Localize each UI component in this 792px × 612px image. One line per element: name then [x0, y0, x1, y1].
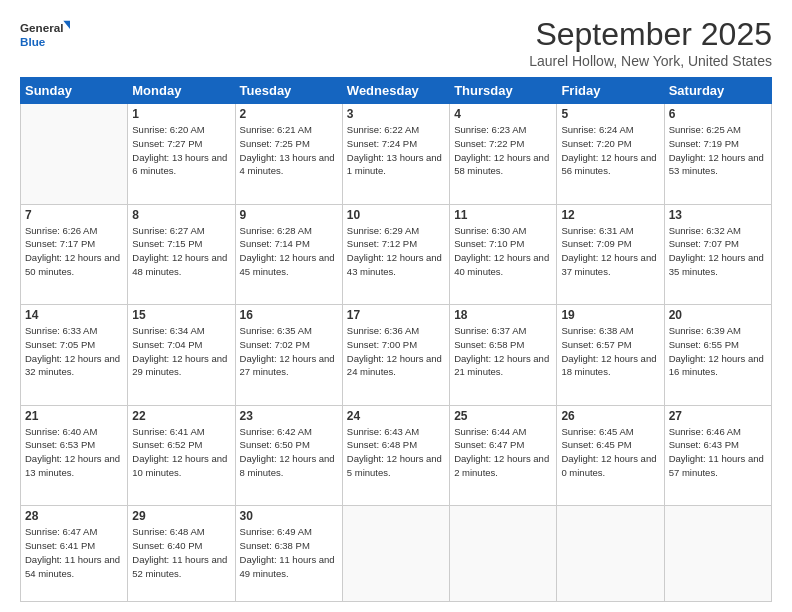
calendar-cell: 20Sunrise: 6:39 AM Sunset: 6:55 PM Dayli…	[664, 305, 771, 406]
day-number: 16	[240, 308, 338, 322]
day-detail: Sunrise: 6:45 AM Sunset: 6:45 PM Dayligh…	[561, 425, 659, 480]
day-detail: Sunrise: 6:47 AM Sunset: 6:41 PM Dayligh…	[25, 525, 123, 580]
calendar-cell: 14Sunrise: 6:33 AM Sunset: 7:05 PM Dayli…	[21, 305, 128, 406]
day-detail: Sunrise: 6:44 AM Sunset: 6:47 PM Dayligh…	[454, 425, 552, 480]
day-number: 17	[347, 308, 445, 322]
calendar-cell: 6Sunrise: 6:25 AM Sunset: 7:19 PM Daylig…	[664, 104, 771, 205]
day-number: 25	[454, 409, 552, 423]
calendar-body: 1Sunrise: 6:20 AM Sunset: 7:27 PM Daylig…	[21, 104, 772, 602]
calendar-cell: 18Sunrise: 6:37 AM Sunset: 6:58 PM Dayli…	[450, 305, 557, 406]
day-header-friday: Friday	[557, 78, 664, 104]
calendar-cell	[21, 104, 128, 205]
calendar-cell: 19Sunrise: 6:38 AM Sunset: 6:57 PM Dayli…	[557, 305, 664, 406]
calendar-cell: 21Sunrise: 6:40 AM Sunset: 6:53 PM Dayli…	[21, 405, 128, 506]
day-header-sunday: Sunday	[21, 78, 128, 104]
calendar-cell: 9Sunrise: 6:28 AM Sunset: 7:14 PM Daylig…	[235, 204, 342, 305]
svg-text:General: General	[20, 21, 63, 34]
day-number: 19	[561, 308, 659, 322]
header: General Blue September 2025 Laurel Hollo…	[20, 16, 772, 69]
day-detail: Sunrise: 6:28 AM Sunset: 7:14 PM Dayligh…	[240, 224, 338, 279]
week-row-0: 1Sunrise: 6:20 AM Sunset: 7:27 PM Daylig…	[21, 104, 772, 205]
calendar: SundayMondayTuesdayWednesdayThursdayFrid…	[20, 77, 772, 602]
day-header-monday: Monday	[128, 78, 235, 104]
calendar-cell	[342, 506, 449, 602]
calendar-cell	[557, 506, 664, 602]
day-detail: Sunrise: 6:35 AM Sunset: 7:02 PM Dayligh…	[240, 324, 338, 379]
calendar-cell	[450, 506, 557, 602]
day-number: 21	[25, 409, 123, 423]
day-detail: Sunrise: 6:48 AM Sunset: 6:40 PM Dayligh…	[132, 525, 230, 580]
day-number: 1	[132, 107, 230, 121]
day-detail: Sunrise: 6:41 AM Sunset: 6:52 PM Dayligh…	[132, 425, 230, 480]
calendar-cell: 16Sunrise: 6:35 AM Sunset: 7:02 PM Dayli…	[235, 305, 342, 406]
calendar-cell: 28Sunrise: 6:47 AM Sunset: 6:41 PM Dayli…	[21, 506, 128, 602]
week-row-1: 7Sunrise: 6:26 AM Sunset: 7:17 PM Daylig…	[21, 204, 772, 305]
day-header-thursday: Thursday	[450, 78, 557, 104]
week-row-4: 28Sunrise: 6:47 AM Sunset: 6:41 PM Dayli…	[21, 506, 772, 602]
calendar-cell: 7Sunrise: 6:26 AM Sunset: 7:17 PM Daylig…	[21, 204, 128, 305]
day-detail: Sunrise: 6:32 AM Sunset: 7:07 PM Dayligh…	[669, 224, 767, 279]
day-number: 28	[25, 509, 123, 523]
week-row-2: 14Sunrise: 6:33 AM Sunset: 7:05 PM Dayli…	[21, 305, 772, 406]
day-detail: Sunrise: 6:29 AM Sunset: 7:12 PM Dayligh…	[347, 224, 445, 279]
calendar-cell: 17Sunrise: 6:36 AM Sunset: 7:00 PM Dayli…	[342, 305, 449, 406]
day-number: 18	[454, 308, 552, 322]
calendar-cell: 8Sunrise: 6:27 AM Sunset: 7:15 PM Daylig…	[128, 204, 235, 305]
day-detail: Sunrise: 6:49 AM Sunset: 6:38 PM Dayligh…	[240, 525, 338, 580]
day-detail: Sunrise: 6:42 AM Sunset: 6:50 PM Dayligh…	[240, 425, 338, 480]
calendar-cell: 25Sunrise: 6:44 AM Sunset: 6:47 PM Dayli…	[450, 405, 557, 506]
day-detail: Sunrise: 6:22 AM Sunset: 7:24 PM Dayligh…	[347, 123, 445, 178]
day-detail: Sunrise: 6:37 AM Sunset: 6:58 PM Dayligh…	[454, 324, 552, 379]
week-row-3: 21Sunrise: 6:40 AM Sunset: 6:53 PM Dayli…	[21, 405, 772, 506]
calendar-cell: 4Sunrise: 6:23 AM Sunset: 7:22 PM Daylig…	[450, 104, 557, 205]
day-detail: Sunrise: 6:27 AM Sunset: 7:15 PM Dayligh…	[132, 224, 230, 279]
day-number: 5	[561, 107, 659, 121]
day-header-tuesday: Tuesday	[235, 78, 342, 104]
day-number: 6	[669, 107, 767, 121]
calendar-cell: 5Sunrise: 6:24 AM Sunset: 7:20 PM Daylig…	[557, 104, 664, 205]
day-number: 8	[132, 208, 230, 222]
calendar-cell: 12Sunrise: 6:31 AM Sunset: 7:09 PM Dayli…	[557, 204, 664, 305]
calendar-cell: 13Sunrise: 6:32 AM Sunset: 7:07 PM Dayli…	[664, 204, 771, 305]
day-detail: Sunrise: 6:26 AM Sunset: 7:17 PM Dayligh…	[25, 224, 123, 279]
day-number: 10	[347, 208, 445, 222]
svg-marker-2	[63, 21, 70, 29]
day-detail: Sunrise: 6:39 AM Sunset: 6:55 PM Dayligh…	[669, 324, 767, 379]
day-number: 20	[669, 308, 767, 322]
day-detail: Sunrise: 6:34 AM Sunset: 7:04 PM Dayligh…	[132, 324, 230, 379]
logo: General Blue	[20, 16, 70, 52]
calendar-cell	[664, 506, 771, 602]
day-detail: Sunrise: 6:20 AM Sunset: 7:27 PM Dayligh…	[132, 123, 230, 178]
calendar-cell: 3Sunrise: 6:22 AM Sunset: 7:24 PM Daylig…	[342, 104, 449, 205]
calendar-cell: 27Sunrise: 6:46 AM Sunset: 6:43 PM Dayli…	[664, 405, 771, 506]
day-number: 29	[132, 509, 230, 523]
day-detail: Sunrise: 6:40 AM Sunset: 6:53 PM Dayligh…	[25, 425, 123, 480]
day-header-wednesday: Wednesday	[342, 78, 449, 104]
day-number: 26	[561, 409, 659, 423]
day-detail: Sunrise: 6:33 AM Sunset: 7:05 PM Dayligh…	[25, 324, 123, 379]
calendar-cell: 11Sunrise: 6:30 AM Sunset: 7:10 PM Dayli…	[450, 204, 557, 305]
day-detail: Sunrise: 6:38 AM Sunset: 6:57 PM Dayligh…	[561, 324, 659, 379]
day-header-saturday: Saturday	[664, 78, 771, 104]
calendar-cell: 22Sunrise: 6:41 AM Sunset: 6:52 PM Dayli…	[128, 405, 235, 506]
day-detail: Sunrise: 6:43 AM Sunset: 6:48 PM Dayligh…	[347, 425, 445, 480]
day-number: 14	[25, 308, 123, 322]
title-block: September 2025 Laurel Hollow, New York, …	[529, 16, 772, 69]
calendar-cell: 30Sunrise: 6:49 AM Sunset: 6:38 PM Dayli…	[235, 506, 342, 602]
calendar-cell: 2Sunrise: 6:21 AM Sunset: 7:25 PM Daylig…	[235, 104, 342, 205]
calendar-cell: 26Sunrise: 6:45 AM Sunset: 6:45 PM Dayli…	[557, 405, 664, 506]
day-number: 3	[347, 107, 445, 121]
logo-svg: General Blue	[20, 16, 70, 52]
month-title: September 2025	[529, 16, 772, 53]
calendar-cell: 29Sunrise: 6:48 AM Sunset: 6:40 PM Dayli…	[128, 506, 235, 602]
calendar-cell: 1Sunrise: 6:20 AM Sunset: 7:27 PM Daylig…	[128, 104, 235, 205]
day-number: 15	[132, 308, 230, 322]
day-number: 22	[132, 409, 230, 423]
day-detail: Sunrise: 6:24 AM Sunset: 7:20 PM Dayligh…	[561, 123, 659, 178]
calendar-cell: 23Sunrise: 6:42 AM Sunset: 6:50 PM Dayli…	[235, 405, 342, 506]
day-number: 11	[454, 208, 552, 222]
day-detail: Sunrise: 6:36 AM Sunset: 7:00 PM Dayligh…	[347, 324, 445, 379]
svg-text:Blue: Blue	[20, 35, 46, 48]
day-number: 27	[669, 409, 767, 423]
day-number: 9	[240, 208, 338, 222]
